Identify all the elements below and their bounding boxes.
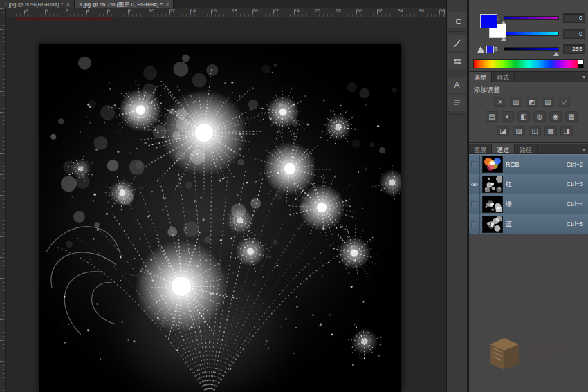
red-slider-track[interactable] (504, 16, 559, 20)
channel-name: 绿 (506, 200, 567, 209)
visibility-toggle[interactable] (469, 194, 480, 214)
tab-styles[interactable]: 样式 (492, 72, 515, 82)
clone-source-panel-icon[interactable] (448, 12, 466, 28)
watermark-text-smudge (524, 355, 555, 360)
document-tab-3[interactable]: 3.jpg @ 66.7% (图层 0, RGB/8#) * × (75, 0, 174, 8)
green-slider-row: G 0 (469, 29, 588, 41)
gamut-color-swatch[interactable] (486, 46, 494, 53)
tab-adjustments[interactable]: 调整 (469, 72, 492, 82)
red-value-field[interactable]: 0 (563, 13, 585, 23)
document-tab-1[interactable]: 1.jpg @ 50%(RGB/8#) * × (0, 0, 75, 8)
posterize-icon[interactable]: ▨ (513, 126, 525, 136)
ruler-number: -2 (24, 8, 28, 14)
tab-layers[interactable]: 图层 (469, 144, 492, 153)
levels-icon[interactable]: ▥ (510, 97, 522, 107)
black-white-icon[interactable]: ◧ (517, 111, 530, 122)
visibility-toggle[interactable] (469, 214, 480, 234)
foreground-color-swatch[interactable] (480, 14, 497, 28)
channel-row-green[interactable]: 绿 Ctrl+4 (469, 194, 588, 214)
channels-tabbar: 图层 通道 路径 ▾ (469, 144, 588, 154)
channel-row-red[interactable]: 红 Ctrl+3 (469, 174, 588, 194)
channel-thumbnail (482, 156, 503, 173)
paragraph-panel-icon[interactable] (448, 95, 466, 111)
exposure-icon[interactable]: ▧ (542, 97, 554, 107)
green-slider-track[interactable] (504, 32, 559, 36)
channels-panel: 图层 通道 路径 ▾ RGB Ctrl+2 红 C (469, 144, 588, 234)
brush-panel-icon[interactable] (448, 35, 466, 51)
channel-shortcut: Ctrl+3 (567, 180, 588, 187)
ruler-number: 28 (336, 8, 341, 14)
blue-slider-thumb[interactable] (553, 52, 559, 56)
document-tab-label: 1.jpg @ 50%(RGB/8#) * (4, 1, 63, 8)
tab-paths[interactable]: 路径 (515, 144, 538, 153)
character-a-glyph: A (454, 80, 459, 90)
fireworks-image (39, 44, 401, 392)
character-panel-icon[interactable]: A (448, 77, 466, 93)
document-tab-label: 3.jpg @ 66.7% (图层 0, RGB/8#) * (79, 1, 163, 8)
ruler-number: 36 (419, 8, 424, 14)
close-icon[interactable]: × (166, 1, 169, 8)
channel-name: 蓝 (506, 220, 567, 229)
ruler-number: 8 (128, 8, 131, 14)
add-adjustment-heading: 添加调整 (474, 86, 500, 95)
brightness-contrast-icon[interactable]: ☀ (494, 97, 506, 107)
gradient-map-icon[interactable]: ▩ (544, 126, 557, 136)
panel-dock-strip: A (446, 0, 468, 392)
blue-slider-track[interactable] (504, 47, 559, 51)
black-swatch[interactable] (578, 64, 583, 68)
watermark-logo (488, 337, 571, 375)
ruler-number: 20 (252, 8, 258, 14)
workspace (6, 17, 446, 392)
brush-presets-panel-icon[interactable] (448, 53, 466, 69)
hue-saturation-icon[interactable]: ▤ (486, 111, 498, 122)
horizontal-ruler: -202468101214161820222426283032343638 (6, 8, 446, 17)
document-canvas[interactable] (39, 44, 401, 392)
color-lookup-icon[interactable]: ▦ (565, 111, 578, 122)
ruler-number: 24 (294, 8, 300, 14)
tab-channels[interactable]: 通道 (492, 144, 515, 153)
adjustments-tabbar: 调整 样式 ▾ (469, 71, 588, 82)
ruler-number: 18 (232, 8, 237, 14)
ruler-number: 16 (211, 8, 217, 14)
curves-icon[interactable]: ◩ (526, 97, 538, 107)
selective-color-icon[interactable]: ◨ (560, 126, 573, 136)
vibrance-icon[interactable]: ▽ (558, 97, 570, 107)
channel-list: RGB Ctrl+2 红 Ctrl+3 绿 Ctrl+4 (469, 154, 588, 234)
adjustment-icons-row-2: ▤◐◧◍◉▦ (486, 111, 578, 122)
ruler-number: 26 (315, 8, 320, 14)
channel-shortcut: Ctrl+2 (567, 161, 588, 168)
channel-thumbnail (482, 196, 503, 213)
vertical-ruler (0, 8, 6, 392)
channel-thumbnail (482, 216, 503, 233)
ruler-number: 12 (169, 8, 175, 14)
channel-row-blue[interactable]: 蓝 Ctrl+5 (469, 214, 588, 234)
dock-separator (449, 73, 465, 73)
channel-mixer-icon[interactable]: ◉ (549, 111, 562, 122)
ruler-number: 2 (66, 8, 68, 14)
visibility-empty-box (471, 221, 477, 227)
channel-row-rgb[interactable]: RGB Ctrl+2 (469, 154, 588, 174)
panel-menu-icon[interactable]: ▾ (582, 144, 588, 153)
red-annotation-smear (15, 17, 112, 21)
dock-separator (449, 114, 465, 115)
invert-icon[interactable]: ◪ (497, 126, 509, 136)
ruler-number: 34 (398, 8, 403, 14)
green-value-field[interactable]: 0 (563, 29, 585, 39)
blue-value-field[interactable]: 255 (563, 44, 585, 54)
visibility-toggle[interactable] (469, 174, 480, 194)
threshold-icon[interactable]: ◫ (529, 126, 541, 136)
channel-shortcut: Ctrl+4 (567, 200, 588, 207)
close-icon[interactable]: × (66, 1, 70, 8)
visibility-empty-box (471, 201, 477, 207)
photo-filter-icon[interactable]: ◍ (533, 111, 546, 122)
visibility-toggle[interactable] (469, 155, 480, 174)
blue-slider-label: B (494, 46, 498, 53)
color-balance-icon[interactable]: ◐ (502, 111, 514, 122)
ruler-number: 22 (273, 8, 279, 14)
color-spectrum-ramp[interactable] (473, 59, 584, 68)
photoshop-window: 1.jpg @ 50%(RGB/8#) * × 3.jpg @ 66.7% (图… (0, 0, 588, 392)
gamut-warning-icon[interactable] (477, 46, 484, 53)
panel-menu-icon[interactable]: ▾ (582, 72, 588, 82)
channel-thumbnail (482, 176, 503, 193)
visibility-empty-box (471, 161, 477, 167)
